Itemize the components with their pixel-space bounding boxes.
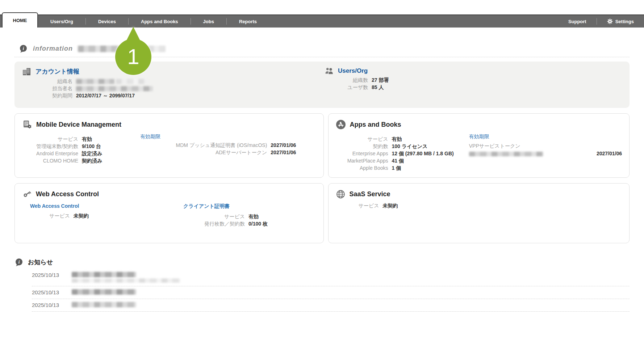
- apps-service-value: 有効: [392, 136, 402, 142]
- saas-service-value: 未契約: [383, 203, 398, 209]
- users-org-summary: Users/Org 組織数 27 部署 ユーザ数 85 人: [325, 67, 389, 90]
- org-name-label: 組織名: [22, 78, 76, 84]
- saas-service-label: サービス: [336, 203, 383, 209]
- top-navigation: HOME Users/Org Devices Apps and Books Jo…: [0, 14, 644, 28]
- mdm-ade-token-label: ADEサーバートークン: [140, 150, 271, 156]
- redacted-notice-title: [72, 289, 136, 295]
- step-callout-number: 1: [127, 46, 139, 68]
- tab-users-org[interactable]: Users/Org: [38, 15, 85, 28]
- tab-reports[interactable]: Reports: [227, 15, 269, 28]
- app-store-icon: [336, 119, 346, 130]
- account-period-row: 契約期間 2012/07/17 ～ 2099/07/17: [22, 93, 622, 99]
- cert-issued-value: 0/100 枚: [248, 221, 268, 227]
- apps-marketplace-value: 41 個: [392, 158, 404, 164]
- service-cards-grid: Mobile Device Management サービス有効 管理端末数/契約…: [14, 113, 630, 243]
- client-cert-block: クライアント証明書 サービス有効 発行枚数／契約数0/100 枚: [183, 203, 268, 227]
- saas-service-card: SaaS Service サービス未契約: [328, 183, 630, 243]
- notice-row[interactable]: 2025/10/13: [32, 269, 630, 286]
- vpp-token-label: VPPサービストークン: [469, 143, 622, 150]
- buildings-icon: [22, 67, 32, 76]
- notice-row[interactable]: 2025/10/13: [32, 299, 630, 312]
- web-access-control-card: Web Access Control Web Access Control サー…: [14, 183, 324, 243]
- org-count-value: 27 部署: [372, 77, 389, 83]
- saas-status-list: サービス未契約: [336, 203, 622, 209]
- client-cert-link[interactable]: クライアント証明書: [183, 203, 230, 210]
- user-count-row: ユーザ数 85 人: [325, 84, 389, 90]
- redacted-org-name: [116, 79, 149, 84]
- mdm-push-cert-date: 2027/01/06: [271, 142, 296, 148]
- user-count-value: 85 人: [372, 84, 384, 90]
- mdm-expiry-block: 有効期限 MDM プッシュ通知証明書 (iOS/macOS)2027/01/06…: [140, 133, 296, 164]
- mdm-status-list: サービス有効 管理端末数/契約数9/100 台 Android Enterpri…: [22, 135, 102, 164]
- contract-period-value: 2012/07/17 ～ 2099/07/17: [76, 93, 135, 99]
- notice-date: 2025/10/13: [32, 272, 64, 278]
- step-callout-1: 1: [115, 39, 151, 75]
- notices-title: お知らせ: [28, 258, 53, 266]
- mdm-ade-token-date: 2027/01/06: [271, 150, 296, 156]
- apps-books-value: 1 個: [392, 165, 401, 171]
- account-org-row: 組織名: [22, 78, 622, 84]
- wac-service-value: 未契約: [74, 213, 89, 219]
- users-org-title: Users/Org: [338, 67, 368, 75]
- contract-period-label: 契約期間: [22, 93, 76, 99]
- mdm-android-label: Android Enterprise: [22, 151, 82, 157]
- redacted-notice-title: [72, 302, 136, 307]
- redacted-notice-title: [72, 272, 136, 277]
- mdm-clomo-home-value: 契約済み: [82, 158, 102, 164]
- settings-link[interactable]: Settings: [597, 18, 644, 24]
- apps-and-books-card: Apps and Books サービス有効 契約数100 ライセンス Enter…: [328, 113, 630, 178]
- mdm-devices-value: 9/100 台: [82, 143, 101, 150]
- tab-apps-and-books[interactable]: Apps and Books: [129, 15, 191, 28]
- apps-expiry-link[interactable]: 有効期限: [469, 134, 489, 140]
- notice-row[interactable]: 2025/10/13: [32, 286, 630, 299]
- tab-home[interactable]: HOME: [2, 12, 38, 28]
- wac-service-label: サービス: [30, 213, 74, 219]
- apps-status-list: サービス有効 契約数100 ライセンス Enterprise Apps12 個 …: [336, 135, 454, 171]
- contact-name-label: 担当者名: [22, 85, 76, 92]
- settings-label: Settings: [615, 19, 634, 24]
- wac-service-link[interactable]: Web Access Control: [30, 203, 79, 209]
- mdm-devices-label: 管理端末数/契約数: [22, 143, 82, 150]
- cert-service-value: 有効: [248, 214, 259, 220]
- info-bubble-icon: i: [19, 44, 28, 53]
- org-count-label: 組織数: [325, 77, 372, 83]
- information-header: i information: [14, 44, 630, 57]
- account-summary-panel: アカウント情報 組織名 担当者名 契約期間 2012/07/17 ～ 2099/…: [14, 62, 630, 108]
- mdm-service-value: 有効: [82, 136, 92, 142]
- account-contact-row: 担当者名: [22, 85, 622, 92]
- mdm-clomo-home-label: CLOMO HOME: [22, 158, 82, 164]
- tab-jobs[interactable]: Jobs: [191, 15, 226, 28]
- redacted-org-name: [76, 79, 114, 84]
- user-count-label: ユーザ数: [325, 84, 372, 90]
- notice-bubble-icon: i: [14, 258, 24, 267]
- mdm-push-cert-label: MDM プッシュ通知証明書 (iOS/macOS): [140, 142, 271, 148]
- gear-icon: [607, 18, 613, 24]
- redacted-contact-name: [76, 86, 153, 91]
- cert-issued-label: 発行枚数／契約数: [183, 221, 248, 227]
- account-info-title: アカウント情報: [35, 67, 79, 76]
- wac-service-block: Web Access Control サービス未契約: [22, 203, 174, 227]
- notices-section: i お知らせ 2025/10/13 2025/10/13 2025/10/13: [14, 258, 630, 312]
- saas-service-title: SaaS Service: [350, 190, 390, 198]
- mdm-card: Mobile Device Management サービス有効 管理端末数/契約…: [14, 113, 324, 178]
- redacted-notice-subtext: [72, 278, 180, 283]
- org-count-row: 組織数 27 部署: [325, 77, 389, 83]
- vpp-token-block: 有効期限 VPPサービストークン 2027/01/06: [469, 133, 622, 171]
- apps-marketplace-label: MarketPlace Apps: [336, 158, 392, 164]
- apps-enterprise-label: Enterprise Apps: [336, 151, 392, 157]
- vpp-token-expiry-date: 2027/01/06: [597, 151, 622, 156]
- notice-date: 2025/10/13: [32, 289, 64, 295]
- web-access-control-title: Web Access Control: [36, 190, 99, 198]
- apps-license-label: 契約数: [336, 143, 392, 150]
- redacted-vpp-token: [469, 152, 543, 156]
- mdm-title: Mobile Device Management: [36, 121, 121, 129]
- svg-text:i: i: [18, 259, 20, 265]
- svg-text:i: i: [23, 46, 24, 51]
- support-link[interactable]: Support: [558, 19, 597, 24]
- notice-date: 2025/10/13: [32, 302, 64, 308]
- cert-service-label: サービス: [183, 214, 248, 220]
- tab-devices[interactable]: Devices: [86, 15, 128, 28]
- mdm-service-label: サービス: [22, 136, 82, 142]
- mdm-expiry-link[interactable]: 有効期限: [140, 134, 160, 140]
- key-icon: [22, 189, 32, 199]
